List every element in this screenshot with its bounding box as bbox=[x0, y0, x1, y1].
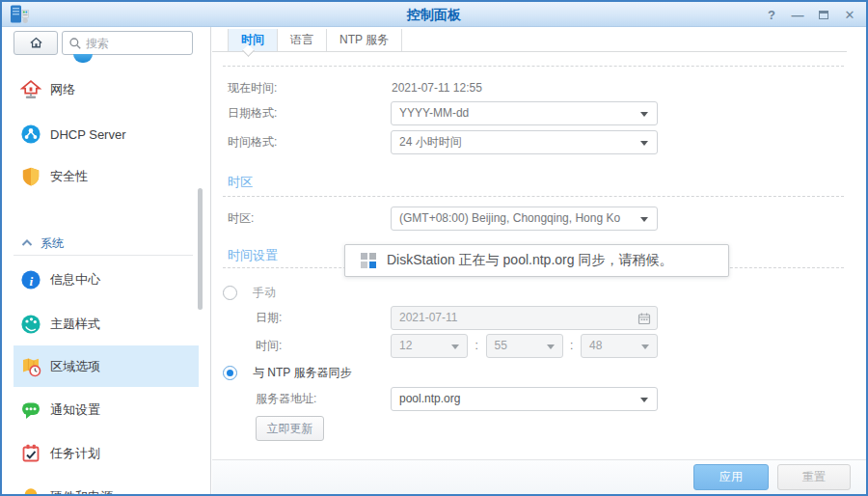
server-address-select[interactable]: pool.ntp.org bbox=[391, 387, 658, 411]
tab-ntp-service[interactable]: NTP 服务 bbox=[327, 29, 402, 51]
minimize-icon[interactable]: — bbox=[791, 8, 804, 22]
notification-icon bbox=[19, 399, 42, 422]
time-field-row: 时间: 12 : 55 : 48 bbox=[212, 334, 866, 358]
sync-toast-message: DiskStation 正在与 pool.ntp.org 同步，请稍候。 bbox=[387, 252, 672, 269]
date-field-label: 日期: bbox=[256, 306, 282, 330]
sync-toast: DiskStation 正在与 pool.ntp.org 同步，请稍候。 bbox=[344, 244, 729, 277]
hardware-power-icon bbox=[19, 485, 42, 496]
page-title: 控制面板 bbox=[2, 2, 866, 27]
home-button[interactable] bbox=[14, 31, 58, 55]
sidebar-item-label: 硬件和电源 bbox=[50, 488, 113, 496]
time-separator: : bbox=[570, 334, 573, 358]
chevron-down-icon bbox=[451, 344, 459, 349]
home-icon bbox=[28, 35, 44, 51]
time-format-value: 24 小时时间 bbox=[399, 135, 462, 149]
second-select: 48 bbox=[581, 334, 658, 358]
timezone-value: (GMT+08:00) Beijing, Chongqing, Hong Ko bbox=[399, 211, 620, 225]
control-panel-window: 控制面板 ? — ✕ bbox=[0, 0, 868, 496]
update-now-button[interactable]: 立即更新 bbox=[256, 416, 324, 441]
task-scheduler-icon bbox=[19, 442, 42, 465]
sidebar-item-label: 主题样式 bbox=[50, 316, 100, 333]
server-address-value: pool.ntp.org bbox=[399, 392, 460, 405]
search-input[interactable] bbox=[86, 37, 182, 50]
chevron-down-icon bbox=[547, 344, 555, 349]
network-icon bbox=[19, 78, 42, 101]
ntp-sync-radio[interactable] bbox=[223, 366, 237, 380]
time-format-row: 时间格式: 24 小时时间 bbox=[212, 130, 866, 154]
time-setting-section-title: 时间设置 bbox=[228, 247, 278, 264]
chevron-down-icon bbox=[640, 112, 648, 117]
svg-text:i: i bbox=[30, 274, 34, 289]
sidebar-item-label: 信息中心 bbox=[50, 271, 100, 289]
date-field-row: 日期: 2021-07-11 bbox=[212, 306, 866, 330]
time-format-select[interactable]: 24 小时时间 bbox=[391, 130, 658, 154]
sidebar-item-task-scheduler[interactable]: 任务计划 bbox=[2, 432, 197, 475]
chevron-up-icon bbox=[20, 236, 34, 250]
date-format-row: 日期格式: YYYY-MM-dd bbox=[212, 101, 866, 125]
manual-radio[interactable] bbox=[223, 286, 237, 300]
time-field-label: 时间: bbox=[256, 334, 282, 358]
sidebar-item-hardware-power[interactable]: 硬件和电源 bbox=[2, 476, 197, 496]
section-divider bbox=[223, 66, 844, 67]
titlebar: 控制面板 ? — ✕ bbox=[2, 2, 866, 27]
current-time-row: 现在时间: 2021-07-11 12:55 bbox=[212, 76, 866, 100]
regional-options-icon bbox=[19, 355, 42, 378]
timezone-select[interactable]: (GMT+08:00) Beijing, Chongqing, Hong Ko bbox=[391, 207, 658, 231]
chevron-down-icon bbox=[640, 141, 648, 146]
theme-palette-icon bbox=[19, 313, 42, 336]
search-icon bbox=[68, 37, 82, 50]
timezone-section-title: 时区 bbox=[228, 174, 253, 191]
time-separator: : bbox=[475, 334, 478, 358]
info-center-icon: i bbox=[19, 268, 42, 291]
date-input-value: 2021-07-11 bbox=[399, 311, 458, 324]
current-time-label: 现在时间: bbox=[228, 76, 277, 100]
current-time-value: 2021-07-11 12:55 bbox=[392, 76, 482, 100]
server-address-row: 服务器地址: pool.ntp.org bbox=[212, 387, 866, 411]
server-address-label: 服务器地址: bbox=[256, 387, 316, 411]
sidebar-item-theme-style[interactable]: 主题样式 bbox=[2, 303, 197, 345]
sidebar-item-dhcp-server[interactable]: DHCP Server bbox=[2, 113, 197, 155]
calendar-icon bbox=[637, 312, 651, 325]
sidebar-item-label: 区域选项 bbox=[50, 358, 100, 375]
chevron-down-icon bbox=[640, 217, 648, 222]
sidebar-item-notification[interactable]: 通知设置 bbox=[2, 389, 197, 431]
synology-logo-icon bbox=[361, 253, 376, 268]
hour-value: 12 bbox=[399, 339, 412, 352]
manual-option-row: 手动 bbox=[212, 283, 276, 302]
second-value: 48 bbox=[589, 339, 602, 352]
tab-time[interactable]: 时间 bbox=[228, 29, 278, 51]
sidebar-group-label: 系统 bbox=[41, 235, 64, 252]
reset-button[interactable]: 重置 bbox=[777, 464, 851, 490]
sidebar-group-system[interactable]: 系统 bbox=[2, 230, 197, 257]
timezone-row: 时区: (GMT+08:00) Beijing, Chongqing, Hong… bbox=[212, 207, 866, 231]
close-icon[interactable]: ✕ bbox=[843, 8, 856, 22]
security-shield-icon bbox=[19, 165, 42, 188]
scrolled-item-partial-icon bbox=[73, 54, 93, 63]
sidebar-item-label: 任务计划 bbox=[50, 445, 100, 462]
sidebar-item-label: DHCP Server bbox=[50, 127, 126, 142]
sidebar-divider bbox=[14, 255, 193, 256]
sidebar-scrollbar[interactable] bbox=[198, 188, 203, 310]
sidebar: 网络 DHCP Server 安全性 系统 bbox=[2, 27, 211, 494]
apply-button[interactable]: 应用 bbox=[693, 464, 769, 490]
sidebar-item-info-center[interactable]: i 信息中心 bbox=[2, 259, 197, 301]
date-input: 2021-07-11 bbox=[391, 306, 658, 330]
chevron-down-icon bbox=[641, 344, 649, 349]
help-icon[interactable]: ? bbox=[765, 8, 778, 22]
dhcp-icon bbox=[19, 123, 42, 146]
sidebar-item-network[interactable]: 网络 bbox=[2, 69, 197, 111]
maximize-icon[interactable] bbox=[817, 8, 830, 22]
section-divider bbox=[223, 196, 844, 197]
sidebar-item-regional-options[interactable]: 区域选项 bbox=[14, 345, 199, 387]
date-format-value: YYYY-MM-dd bbox=[399, 106, 469, 120]
chevron-down-icon bbox=[640, 398, 648, 402]
sidebar-item-security[interactable]: 安全性 bbox=[2, 155, 197, 198]
date-format-select[interactable]: YYYY-MM-dd bbox=[391, 101, 658, 125]
tabbar: 时间 语言 NTP 服务 bbox=[228, 29, 402, 51]
timezone-label: 时区: bbox=[228, 207, 254, 231]
tab-language[interactable]: 语言 bbox=[278, 29, 327, 51]
manual-radio-label: 手动 bbox=[253, 285, 276, 301]
minute-select: 55 bbox=[486, 334, 563, 358]
hour-select: 12 bbox=[391, 334, 468, 358]
search-box bbox=[62, 31, 193, 55]
